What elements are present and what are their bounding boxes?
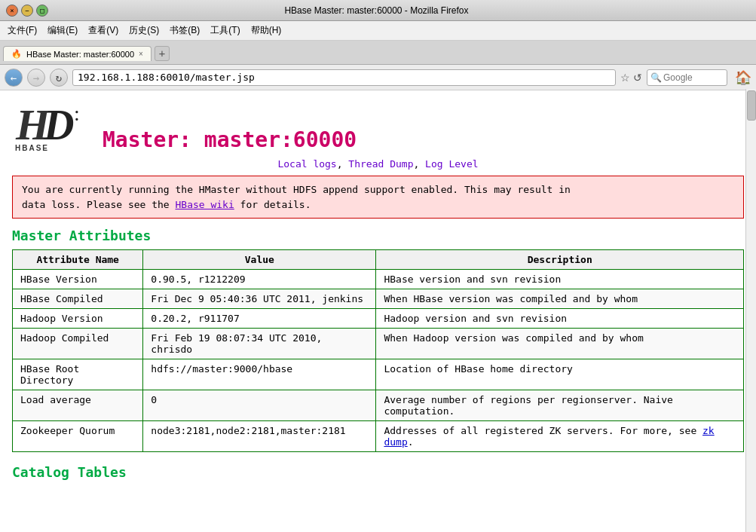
attr-name-cell: Zookeeper Quorum [13,421,143,452]
table-row: Hadoop Version0.20.2, r911707Hadoop vers… [13,309,744,329]
tab-close-button[interactable]: × [139,50,143,58]
attr-value-cell: Fri Feb 19 08:07:34 UTC 2010, chrisdo [143,329,376,359]
address-bar: ← → ↻ ☆ ↺ 🔍 🏠 [0,65,756,90]
table-row: HBase Root Directoryhdfs://master:9000/h… [13,359,744,390]
attr-desc-cell: Average number of regions per regionserv… [376,390,744,421]
attr-desc-cell: Location of HBase home directory [376,359,744,390]
local-logs-link[interactable]: Local logs [277,158,336,170]
menu-view[interactable]: 查看(V) [84,23,123,38]
warning-banner: You are currently running the HMaster wi… [12,176,744,219]
attr-value-cell: Fri Dec 9 05:40:36 UTC 2011, jenkins [143,289,376,309]
table-row: Zookeeper Quorumnode3:2181,node2:2181,ma… [13,421,744,452]
scrollbar-thumb[interactable] [747,90,756,121]
refresh-icon[interactable]: ↺ [633,72,642,84]
attr-value-cell: node3:2181,node2:2181,master:2181 [143,421,376,452]
attr-value-cell: 0.20.2, r911707 [143,309,376,329]
table-row: HBase Version0.90.5, r1212209HBase versi… [13,270,744,289]
attr-name-cell: Hadoop Version [13,309,143,329]
thread-dump-link[interactable]: Thread Dump [348,158,413,170]
back-button[interactable]: ← [5,69,23,87]
page-content: H D : HBASE Master: master:60000 Local l… [0,90,756,532]
bookmark-star-icon[interactable]: ☆ [620,72,630,84]
attr-desc-cell: HBase version and svn revision [376,270,744,289]
col-header-attribute-name: Attribute Name [13,250,143,270]
close-button[interactable]: × [6,5,18,17]
window-title: HBase Master: master:60000 - Mozilla Fir… [48,5,705,16]
address-input[interactable] [72,69,616,86]
maximize-button[interactable]: □ [36,5,48,17]
table-row: HBase CompiledFri Dec 9 05:40:36 UTC 201… [13,289,744,309]
menu-history[interactable]: 历史(S) [124,23,164,38]
scrollbar-track[interactable] [745,89,756,532]
col-header-description: Description [376,250,744,270]
hbase-header: H D : HBASE Master: master:60000 [12,98,744,152]
svg-text:D: D [43,102,74,148]
attr-value-cell: hdfs://master:9000/hbase [143,359,376,390]
reload-button[interactable]: ↻ [50,69,68,87]
warning-text-line3: for details. [234,199,311,210]
warning-text-line2: data loss. Please see the [22,199,176,210]
search-box[interactable]: 🔍 [647,69,727,86]
page-title: Master: master:60000 [103,127,357,152]
svg-text:HBASE: HBASE [15,144,49,152]
menu-bar: 文件(F) 编辑(E) 查看(V) 历史(S) 书签(B) 工具(T) 帮助(H… [0,21,756,41]
tab-label: HBase Master: master:60000 [26,50,134,59]
attr-name-cell: HBase Root Directory [13,359,143,390]
address-icons: ☆ ↺ [620,72,642,84]
attr-desc-cell: When Hadoop version was compiled and by … [376,329,744,359]
catalog-tables-heading: Catalog Tables [12,464,744,480]
home-button[interactable]: 🏠 [735,69,751,85]
hbase-nav-links: Local logs, Thread Dump, Log Level [12,158,744,170]
window-controls[interactable]: × − □ [6,5,48,17]
attr-name-cell: Hadoop Compiled [13,329,143,359]
col-header-value: Value [143,250,376,270]
attr-name-cell: HBase Compiled [13,289,143,309]
menu-help[interactable]: 帮助(H) [246,23,286,38]
menu-edit[interactable]: 编辑(E) [43,23,82,38]
svg-text::: : [74,102,80,125]
title-bar: × − □ HBase Master: master:60000 - Mozil… [0,0,756,21]
warning-text-line1: You are currently running the HMaster wi… [22,184,571,195]
attr-desc-cell: Addresses of all registered ZK servers. … [376,421,744,452]
browser-tab[interactable]: 🔥 HBase Master: master:60000 × [3,46,152,61]
search-engine-icon: 🔍 [650,72,662,83]
forward-button[interactable]: → [27,69,45,87]
table-row: Load average0Average number of regions p… [13,390,744,421]
log-level-link[interactable]: Log Level [425,158,478,170]
attr-desc-cell: When HBase version was compiled and by w… [376,289,744,309]
attr-value-cell: 0.90.5, r1212209 [143,270,376,289]
attr-desc-cell: Hadoop version and svn revision [376,309,744,329]
minimize-button[interactable]: − [21,5,33,17]
zk-dump-link[interactable]: zk dump [384,425,714,448]
hbase-logo: H D : HBASE [12,98,87,152]
master-attributes-heading: Master Attributes [12,228,744,243]
attributes-table: Attribute Name Value Description HBase V… [12,249,744,452]
menu-file[interactable]: 文件(F) [3,23,41,38]
menu-bookmarks[interactable]: 书签(B) [165,23,204,38]
new-tab-button[interactable]: + [155,46,170,61]
tab-bar: 🔥 HBase Master: master:60000 × + [0,41,756,65]
hbase-wiki-link[interactable]: HBase wiki [176,199,234,210]
search-input[interactable] [663,72,724,83]
tab-favicon: 🔥 [11,49,22,59]
attr-name-cell: Load average [13,390,143,421]
table-row: Hadoop CompiledFri Feb 19 08:07:34 UTC 2… [13,329,744,359]
attr-name-cell: HBase Version [13,270,143,289]
attr-value-cell: 0 [143,390,376,421]
menu-tools[interactable]: 工具(T) [206,23,244,38]
